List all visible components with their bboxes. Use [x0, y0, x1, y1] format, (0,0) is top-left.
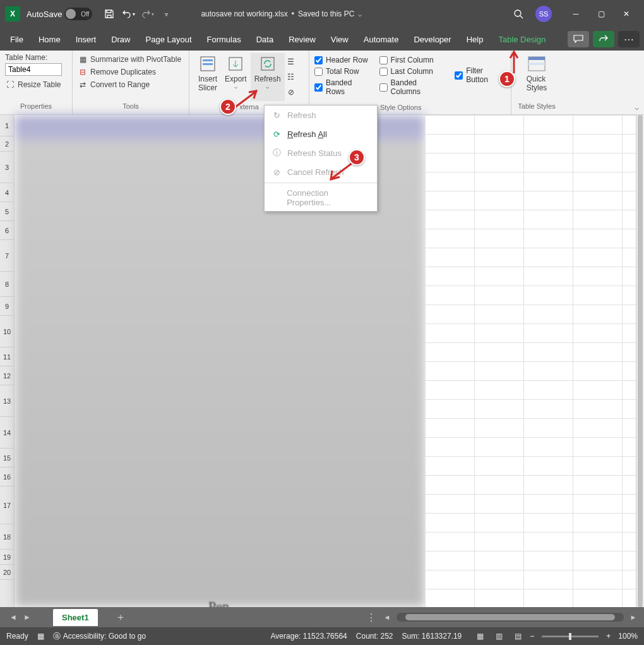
quick-styles-button[interactable]: Quick Styles: [516, 53, 557, 93]
undo-icon[interactable]: ▾: [121, 7, 135, 21]
maximize-button[interactable]: ▢: [588, 4, 614, 23]
table-name-label: Table Name:: [5, 53, 67, 62]
tab-home[interactable]: Home: [31, 30, 68, 49]
insert-slicer-button[interactable]: Insert Slicer: [194, 53, 221, 101]
row-header[interactable]: 20: [0, 565, 14, 580]
row-header[interactable]: 2: [0, 136, 14, 152]
save-icon[interactable]: [102, 7, 116, 21]
filter-button-check[interactable]: Filter Button: [455, 66, 506, 84]
unlink-icon[interactable]: ⊘: [286, 87, 296, 97]
last-col-check[interactable]: Last Column: [379, 67, 448, 76]
hscroll-right-icon[interactable]: ►: [629, 613, 638, 621]
zoom-out-button[interactable]: −: [530, 632, 534, 641]
qat-customize-icon[interactable]: ▿: [159, 7, 173, 21]
row-header[interactable]: 13: [0, 385, 14, 417]
total-row-check[interactable]: Total Row: [314, 67, 372, 76]
share-button[interactable]: [593, 31, 614, 47]
minimize-button[interactable]: ─: [563, 4, 588, 23]
row-header[interactable]: 16: [0, 467, 14, 486]
tab-review[interactable]: Review: [281, 30, 323, 49]
view-normal-icon[interactable]: ▦: [472, 630, 488, 642]
collapse-ribbon-icon[interactable]: ⌵: [635, 103, 639, 112]
callout-3: 3: [349, 149, 365, 166]
row-header[interactable]: 6: [0, 221, 14, 240]
remove-dup-icon: ⊟: [78, 67, 88, 77]
table-name-input[interactable]: [5, 63, 62, 76]
tab-prev-icon[interactable]: ◄: [6, 613, 20, 622]
row-header[interactable]: 18: [0, 524, 14, 550]
first-col-check[interactable]: First Column: [379, 56, 448, 64]
row-header[interactable]: 17: [0, 486, 14, 524]
zoom-slider[interactable]: [542, 636, 599, 637]
tab-view[interactable]: View: [323, 30, 356, 49]
row-header[interactable]: 10: [0, 316, 14, 347]
row-header[interactable]: 4: [0, 183, 14, 202]
tab-draw[interactable]: Draw: [104, 30, 138, 49]
refresh-all-icon: ⟳: [271, 128, 282, 140]
convert-range-button[interactable]: ⇄Convert to Range: [78, 80, 184, 90]
row-header[interactable]: 5: [0, 202, 14, 221]
view-pagelayout-icon[interactable]: ▥: [491, 630, 507, 642]
properties-icon[interactable]: ☰: [286, 57, 296, 67]
excel-logo-icon: X: [5, 6, 20, 21]
banded-rows-check[interactable]: Banded Rows: [314, 78, 372, 96]
tab-developer[interactable]: Developer: [406, 30, 458, 49]
resize-table-button[interactable]: ⛶Resize Table: [5, 80, 67, 90]
row-header[interactable]: 11: [0, 347, 14, 366]
cancel-icon: ⊘: [271, 166, 282, 178]
row-header[interactable]: 14: [0, 417, 14, 449]
tab-data[interactable]: Data: [249, 30, 281, 49]
ribbon-tabs: File Home Insert Draw Page Layout Formul…: [0, 28, 644, 51]
sheet-tabbar: ◄ ► Sheet1 ＋ ⋮ ◄ ►: [0, 607, 644, 627]
svg-rect-3: [203, 63, 213, 65]
tab-file[interactable]: File: [3, 30, 31, 49]
search-icon[interactable]: [509, 4, 528, 23]
tab-next-icon[interactable]: ►: [20, 613, 34, 622]
tab-menu-icon[interactable]: ⋮: [366, 612, 376, 624]
row-header[interactable]: 3: [0, 152, 14, 183]
open-browser-icon[interactable]: ☷: [286, 72, 296, 82]
tab-formulas[interactable]: Formulas: [200, 30, 249, 49]
svg-rect-8: [528, 63, 545, 65]
add-sheet-button[interactable]: ＋: [116, 611, 126, 624]
vertical-scrollbar[interactable]: [636, 115, 644, 607]
row-header[interactable]: 12: [0, 366, 14, 385]
row-header[interactable]: 1: [0, 115, 14, 136]
tab-page-layout[interactable]: Page Layout: [138, 30, 200, 49]
remove-duplicates-button[interactable]: ⊟Remove Duplicates: [78, 67, 184, 77]
accessibility-status[interactable]: ⓐAccessibility: Good to go: [53, 631, 146, 642]
banded-cols-check[interactable]: Banded Columns: [379, 78, 448, 96]
refresh-icon: [258, 54, 277, 73]
row-header[interactable]: 8: [0, 272, 14, 297]
horizontal-scrollbar[interactable]: [397, 613, 624, 622]
row-header[interactable]: 7: [0, 240, 14, 272]
view-pagebreak-icon[interactable]: ▤: [510, 630, 526, 642]
status-count: Count: 252: [356, 632, 393, 641]
sheet-tab[interactable]: Sheet1: [53, 609, 98, 626]
autosave-toggle[interactable]: Off: [64, 8, 92, 20]
summarize-pivot-button[interactable]: ▦Summarize with PivotTable: [78, 54, 184, 64]
user-avatar[interactable]: SS: [535, 6, 552, 22]
row-header[interactable]: 15: [0, 449, 14, 467]
tab-automate[interactable]: Automate: [356, 30, 407, 49]
hscroll-left-icon[interactable]: ◄: [383, 613, 391, 621]
empty-grid[interactable]: [425, 115, 636, 607]
status-sum: Sum: 1613327.19: [402, 632, 462, 641]
zoom-in-button[interactable]: +: [606, 632, 611, 641]
tab-table-design[interactable]: Table Design: [491, 30, 553, 49]
svg-rect-5: [261, 57, 274, 70]
comments-button[interactable]: [568, 31, 589, 47]
copilot-button[interactable]: ⋯: [618, 31, 640, 47]
macro-icon[interactable]: ▦: [37, 632, 44, 641]
tab-insert[interactable]: Insert: [68, 30, 104, 49]
tab-help[interactable]: Help: [459, 30, 491, 49]
row-header[interactable]: 19: [0, 550, 14, 565]
dd-refresh-all[interactable]: ⟳Refresh All: [265, 124, 377, 143]
dd-cancel-refresh: ⊘Cancel Refresh: [265, 162, 377, 181]
convert-icon: ⇄: [78, 80, 88, 90]
header-row-check[interactable]: Header Row: [314, 56, 372, 64]
zoom-level[interactable]: 100%: [618, 632, 638, 641]
row-header[interactable]: 9: [0, 297, 14, 316]
redo-icon[interactable]: ▾: [140, 7, 154, 21]
close-button[interactable]: ✕: [614, 4, 639, 23]
